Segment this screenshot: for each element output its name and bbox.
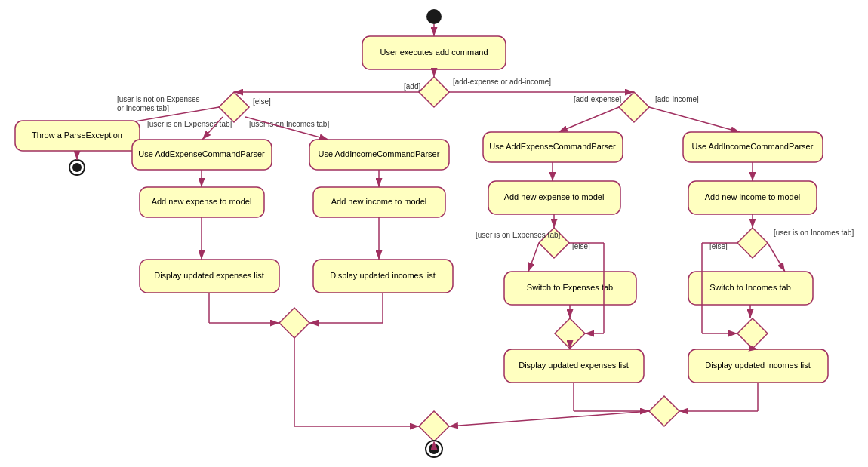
label-add-expense: [add-expense] <box>574 95 622 103</box>
switch-incomes-tab-label: Switch to Incomes tab <box>709 283 791 292</box>
label-add-income: [add-income] <box>655 95 699 103</box>
diamond-main-merge <box>419 411 449 441</box>
activity-diagram: User executes add command [add] [add-exp… <box>0 0 868 467</box>
arrow-to-expense-parser-right <box>559 107 619 132</box>
end-small-inner <box>72 163 82 172</box>
diamond-merge-expense-right <box>555 318 585 349</box>
arrow-diamond-to-switch-incomes <box>768 243 785 272</box>
diamond-final-merge-right <box>649 396 679 426</box>
use-add-expense-parser-right-label: Use AddExpenseCommandParser <box>489 142 616 151</box>
user-executes-label: User executes add command <box>380 48 488 57</box>
label-on-incomes-right: [user is on Incomes tab] <box>774 229 854 237</box>
label-add-expense-income: [add-expense or add-income] <box>453 78 551 86</box>
use-add-expense-parser-left-label: Use AddExpenseCommandParser <box>138 149 265 158</box>
label-else-left: [else] <box>253 97 271 106</box>
add-expense-model-left-label: Add new expense to model <box>152 197 252 206</box>
arrow-final-merge-to-main <box>449 411 649 426</box>
use-add-income-parser-left-label: Use AddIncomeCommandParser <box>319 149 440 158</box>
display-expenses-right-label: Display updated expenses list <box>519 361 629 370</box>
display-expenses-left-label: Display updated expenses list <box>154 271 264 280</box>
arrow-diamond-to-switch-expenses <box>528 243 539 272</box>
throw-parse-label: Throw a ParseException <box>32 131 122 140</box>
diamond-tab-check <box>219 92 249 122</box>
diamond-expense-income <box>619 92 649 122</box>
add-income-model-right-label: Add new income to model <box>705 192 801 201</box>
diamond-merge-left <box>279 308 309 338</box>
label-not-on-tab2: or Incomes tab] <box>117 104 169 112</box>
arrow-to-income-parser-right <box>649 107 740 132</box>
start-node <box>426 9 442 24</box>
add-income-model-left-label: Add new income to model <box>331 197 427 206</box>
end-main-inner <box>429 444 439 454</box>
label-add: [add] <box>404 82 420 91</box>
label-not-on-tab: [user is not on Expenses <box>117 95 200 103</box>
display-incomes-right-label: Display updated incomes list <box>705 361 810 370</box>
switch-expenses-tab-label: Switch to Expenses tab <box>527 283 613 292</box>
arrow-merge-income-to-display <box>753 349 758 349</box>
label-on-expenses-right: [user is on Expenses tab] <box>476 231 561 239</box>
diamond-income-tab-check <box>737 228 768 258</box>
display-incomes-left-label: Display updated incomes list <box>330 271 435 280</box>
diamond-merge-income-right <box>737 318 768 349</box>
use-add-income-parser-right-label: Use AddIncomeCommandParser <box>692 142 814 151</box>
add-expense-model-right-label: Add new expense to model <box>504 192 605 201</box>
diamond-main <box>419 77 449 107</box>
